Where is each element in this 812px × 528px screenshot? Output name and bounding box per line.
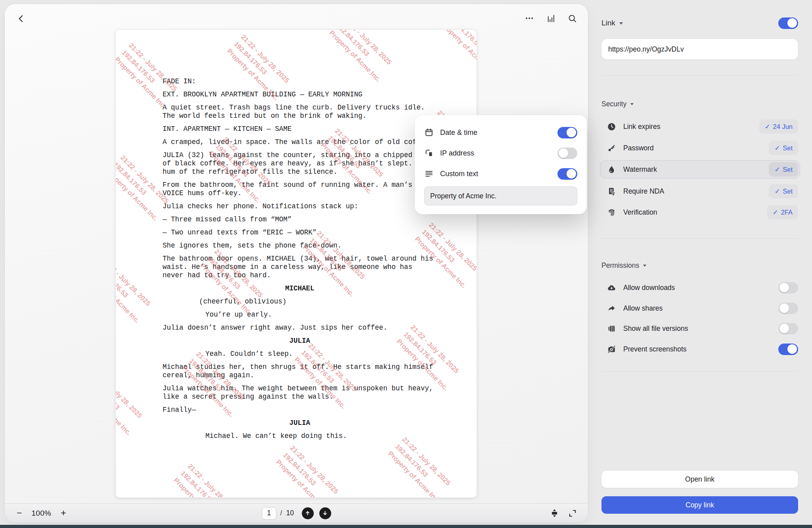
watermark-settings-popup: Date & time IP address Custom text Prope… xyxy=(415,115,587,214)
chevron-down-icon xyxy=(630,102,634,106)
link-header: Link xyxy=(601,17,798,29)
expand-icon xyxy=(568,509,577,518)
window-bottom-strip xyxy=(0,525,812,528)
require-nda-badge[interactable]: ✓ Set xyxy=(769,184,798,198)
script-paragraph: FADE IN: xyxy=(163,77,437,86)
camera-off-icon xyxy=(607,345,616,354)
key-icon xyxy=(607,144,616,153)
password-badge[interactable]: ✓ Set xyxy=(769,141,798,155)
share-arrow-icon xyxy=(607,304,616,313)
arrow-down-icon xyxy=(322,510,329,516)
script-paragraph: The bathroom door opens. MICHAEL (34), w… xyxy=(163,255,437,280)
script-paragraph: Yeah. Couldn’t sleep. xyxy=(205,350,437,358)
droplet-icon xyxy=(607,165,616,174)
check-icon: ✓ xyxy=(774,144,780,152)
chevron-down-icon xyxy=(643,263,647,267)
security-row-password[interactable]: Password ✓ Set xyxy=(607,139,798,157)
scroll-mode-button[interactable] xyxy=(549,508,559,518)
permission-row-allow-shares: Allow shares xyxy=(607,300,798,317)
script-paragraph: EXT. BROOKLYN APARTMENT BUILDING — EARLY… xyxy=(163,90,437,99)
divider xyxy=(601,238,798,239)
back-button[interactable] xyxy=(15,13,27,25)
script-paragraph: You’re up early. xyxy=(205,311,437,319)
script-paragraph: Finally— xyxy=(163,406,437,414)
date-time-toggle[interactable] xyxy=(557,127,577,138)
copy-link-button[interactable]: Copy link xyxy=(601,496,798,514)
previous-page-button[interactable] xyxy=(302,507,314,519)
file-versions-toggle[interactable] xyxy=(778,323,798,334)
permission-row-file-versions: Show all file versions xyxy=(607,320,798,337)
divider xyxy=(601,371,798,372)
custom-text-row: Custom text xyxy=(424,166,577,182)
permissions-section-header[interactable]: Permissions xyxy=(601,261,647,270)
link-expires-badge[interactable]: ✓ 24 Jun xyxy=(759,119,798,134)
chevron-left-icon xyxy=(16,13,26,24)
clock-icon xyxy=(607,122,616,131)
text-lines-icon xyxy=(424,169,434,179)
analytics-button[interactable] xyxy=(545,13,556,24)
script-paragraph: MICHAEL xyxy=(163,284,437,293)
check-icon: ✓ xyxy=(773,209,778,216)
custom-text-input[interactable]: Property of Acme Inc. xyxy=(424,186,577,205)
zoom-level: 100% xyxy=(31,509,51,518)
chevron-down-icon xyxy=(619,21,623,25)
custom-text-toggle[interactable] xyxy=(557,168,577,180)
script-paragraph: (cheerful, oblivious) xyxy=(199,298,437,306)
search-icon xyxy=(567,13,577,23)
security-row-require-nda[interactable]: Require NDA ✓ Set xyxy=(607,182,798,200)
permissions-title: Permissions xyxy=(601,261,639,270)
security-row-watermark[interactable]: Watermark ✓ Set xyxy=(607,161,798,178)
next-page-button[interactable] xyxy=(319,507,331,519)
script-paragraph: From the bathroom, the faint sound of ru… xyxy=(163,181,437,198)
footer-right-tools xyxy=(549,508,578,518)
date-time-label: Date & time xyxy=(440,129,477,137)
fingerprint-icon xyxy=(607,208,616,217)
page-navigation: 1 / 10 xyxy=(262,507,331,520)
allow-shares-toggle[interactable] xyxy=(778,303,798,314)
script-paragraph: JULIA xyxy=(163,337,437,345)
script-paragraph: Julia checks her phone. Notifications st… xyxy=(163,202,437,211)
script-paragraph: — Three missed calls from “MOM” xyxy=(163,215,437,224)
prevent-screenshots-toggle[interactable] xyxy=(778,344,798,355)
permission-row-allow-downloads: Allow downloads xyxy=(607,279,798,296)
arrow-up-icon xyxy=(304,510,311,516)
fullscreen-button[interactable] xyxy=(567,508,578,518)
calendar-icon xyxy=(424,128,434,137)
security-section-header[interactable]: Security xyxy=(601,99,634,109)
script-paragraph: Michael. We can’t keep doing this. xyxy=(205,432,437,440)
link-url-field[interactable]: https://peo.ny/OgzJvDLv xyxy=(601,39,798,60)
permission-row-prevent-screenshots: Prevent screenshots xyxy=(607,340,798,358)
page-number-input[interactable]: 1 xyxy=(262,507,276,520)
security-title: Security xyxy=(601,100,626,108)
page-total: 10 xyxy=(286,509,294,517)
bar-chart-icon xyxy=(546,13,556,23)
date-time-row: Date & time xyxy=(424,125,577,140)
ip-address-toggle[interactable] xyxy=(557,148,577,159)
allow-downloads-toggle[interactable] xyxy=(778,282,798,294)
open-link-button[interactable]: Open link xyxy=(601,470,798,488)
ip-address-label: IP address xyxy=(440,149,474,157)
script-paragraph: Julia watches him. The weight between th… xyxy=(163,384,437,401)
watermark-text: 21:22 - July 28, 2025192.84.176.53Proper… xyxy=(286,495,440,497)
zoom-controls: − 100% + xyxy=(5,509,66,518)
viewer-footer: − 100% + 1 / 10 xyxy=(5,503,588,522)
security-row-link-expires[interactable]: Link expires ✓ 24 Jun xyxy=(607,118,798,135)
search-button[interactable] xyxy=(567,13,578,24)
more-options-button[interactable] xyxy=(524,13,535,24)
script-paragraph: — Two unread texts from “ERIC — WORK” xyxy=(163,228,437,237)
verification-badge[interactable]: ✓ 2FA xyxy=(767,205,798,219)
divider xyxy=(601,75,798,76)
check-icon: ✓ xyxy=(765,123,770,131)
watermark-badge[interactable]: ✓ Set xyxy=(769,162,798,177)
zoom-in-button[interactable]: + xyxy=(61,509,66,518)
script-paragraph: A quiet street. Trash bags line the curb… xyxy=(163,104,437,120)
script-paragraph: JULIA (32) leans against the counter, st… xyxy=(163,151,437,176)
link-title[interactable]: Link xyxy=(601,19,615,27)
ellipsis-icon xyxy=(525,13,534,23)
link-enabled-toggle[interactable] xyxy=(778,17,798,29)
security-row-verification[interactable]: Verification ✓ 2FA xyxy=(607,204,798,221)
link-settings-sidebar: Link https://peo.ny/OgzJvDLv Security Li… xyxy=(588,0,812,528)
script-paragraph: Michael studies her, then shrugs it off.… xyxy=(163,363,437,380)
device-ip-icon xyxy=(424,148,434,158)
zoom-out-button[interactable]: − xyxy=(17,509,22,518)
